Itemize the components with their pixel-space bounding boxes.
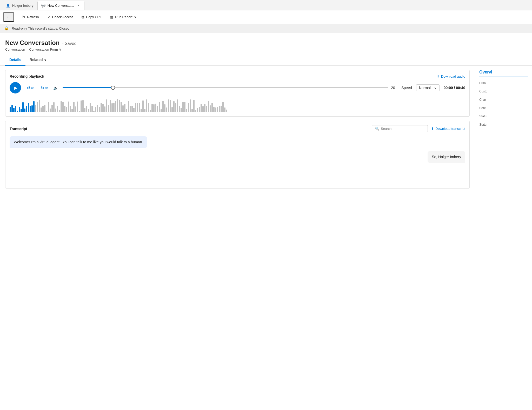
transcript-card: Transcript 🔍 ⬇ Download transcript Welco… [5,121,470,189]
tab-close-button[interactable]: ✕ [76,3,81,8]
waveform-bar [182,102,184,112]
download-transcript-link[interactable]: ⬇ Download transcript [431,127,465,131]
waveform-bar [26,106,27,112]
waveform-bar [126,109,127,112]
check-access-button[interactable]: ✓ Check Access [44,13,77,21]
download-audio-link[interactable]: ⬇ Download audio [437,75,465,78]
overview-label-senti: Senti [479,106,528,110]
speed-value: Normal [419,86,431,90]
waveform-bar [90,103,91,112]
waveform-bar [224,107,225,112]
speed-dropdown[interactable]: Normal ∨ [416,84,440,91]
right-panel: Overvi Prim Custo Char Senti Statu Statu [475,66,532,197]
waveform-bar [110,100,111,112]
forward-30-button[interactable]: ↻ 30 [39,84,49,91]
total-time: 00:40 [456,86,465,90]
rewind-10-button[interactable]: ↺ 10 [25,84,35,91]
waveform-bar [33,101,35,112]
tab-details[interactable]: Details [5,55,25,66]
transcript-search-input[interactable] [381,127,424,131]
run-report-icon: ▦ [110,15,114,19]
waveform-bar [146,99,147,112]
readonly-banner: 🔒 Read-only This record's status: Closed [0,24,532,33]
waveform-bar [79,111,80,112]
refresh-button[interactable]: ↻ Refresh [18,13,43,21]
waveform-bar [71,109,73,112]
waveform-bar [101,103,102,112]
waveform-bar [30,106,31,112]
speed-chevron-icon: ∨ [434,86,437,90]
waveform-bar [44,105,45,112]
transcript-search-box[interactable]: 🔍 [372,125,428,132]
seek-container: 20 [63,86,397,90]
waveform-bar [191,109,193,112]
recording-playback-title: Recording playback [10,74,44,78]
tab-holger-label: Holger Imbery [12,4,34,8]
waveform-bar [153,104,155,112]
waveform-bar [68,102,69,112]
waveform-bar [131,106,133,112]
download-audio-label: Download audio [441,75,465,78]
recording-playback-header: Recording playback ⬇ Download audio [10,74,465,78]
waveform-bar [217,107,218,112]
overview-field-custo: Custo [479,90,528,93]
waveform-bar [57,106,58,112]
current-time: 00:00 [444,86,453,90]
play-button[interactable]: ▶ [10,82,21,93]
waveform-bar [46,111,47,112]
download-transcript-label: Download transcript [435,127,465,131]
waveform-bar [42,106,44,112]
waveform-bar [70,106,71,112]
overview-label-char: Char [479,98,528,102]
audio-controls: ▶ ↺ 10 ↻ 30 🔈 20 Speed Normal [10,82,465,93]
breadcrumb-form[interactable]: Conversation Form ∨ [29,48,62,51]
waveform-bar [86,106,87,112]
waveform-bar [10,107,11,112]
waveform-bar [162,101,164,112]
waveform-bar [55,109,56,112]
waveform-bar [66,107,67,112]
refresh-icon: ↻ [22,15,25,19]
breadcrumb-dot: · [27,48,28,51]
tab-related[interactable]: Related ∨ [25,55,51,66]
seek-slider[interactable] [63,87,388,88]
refresh-label: Refresh [27,15,39,19]
waveform-bar [77,102,78,112]
run-report-button[interactable]: ▦ Run Report ∨ [106,13,140,21]
overview-field-senti: Senti [479,106,528,110]
waveform-bar [201,104,202,112]
waveform-bar [142,100,144,112]
chat-message-1: Welcome! I'm a virtual agent . You can t… [10,136,465,148]
waveform-bar [53,102,55,112]
tab-conversation[interactable]: 💬 New Conversati... ✕ [37,1,85,10]
waveform-bar [173,101,175,112]
waveform-bar [19,107,20,112]
waveform-bar [210,105,211,112]
time-display: 00:00 / 00:40 [444,86,465,90]
left-panel: Recording playback ⬇ Download audio ▶ ↺ … [0,66,475,197]
copy-url-button[interactable]: ⧉ Copy URL [78,13,105,21]
waveform-bar [215,107,216,112]
tab-related-label: Related [30,58,43,62]
waveform-bar [221,106,222,112]
waveform-bar [170,100,171,112]
rewind-arrow-icon: ↺ [27,85,30,90]
tab-holger[interactable]: 👤 Holger Imbery [2,1,37,10]
waveform-bar [11,105,13,112]
main-content: Recording playback ⬇ Download audio ▶ ↺ … [0,66,532,197]
volume-button[interactable]: 🔈 [53,85,58,90]
back-button[interactable]: ← [3,12,14,22]
waveform-bar [204,104,205,112]
breadcrumb-chevron-icon: ∨ [59,48,62,51]
waveform-bar [141,109,142,112]
download-audio-icon: ⬇ [437,75,440,78]
tab-conversation-label: New Conversati... [48,4,74,8]
waveform-bar [157,106,158,112]
readonly-text: Read-only This record's status: Closed [12,26,70,30]
waveform-bar [13,108,15,112]
waveform-bar [62,102,64,112]
waveform-bar [197,108,198,112]
forward-30-label: 30 [45,86,48,89]
waveform-bar [122,105,124,112]
waveform-bar [15,106,16,112]
